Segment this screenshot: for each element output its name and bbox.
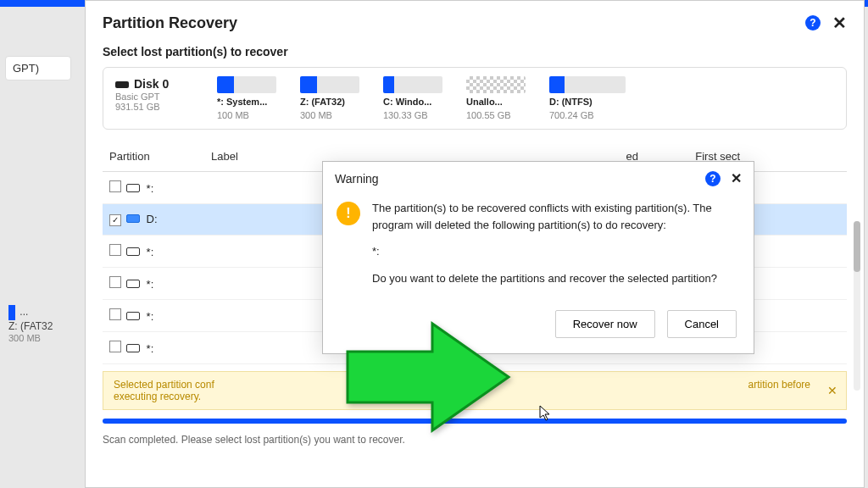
partition-bar[interactable]: Z: (FAT32)300 MB — [300, 76, 368, 120]
bg-z-partition: ... Z: (FAT32 300 MB — [8, 305, 53, 344]
drive-icon — [126, 214, 140, 223]
drive-icon — [126, 247, 140, 256]
partition-bar[interactable]: *: System...100 MB — [217, 76, 285, 120]
partition-bar[interactable]: C: Windo...130.33 GB — [383, 76, 451, 120]
drive-icon — [126, 344, 140, 352]
drive-icon — [126, 184, 140, 192]
drive-icon — [126, 280, 140, 288]
partition-bar[interactable]: D: (NTFS)700.24 GB — [549, 76, 626, 120]
row-checkbox[interactable] — [109, 341, 121, 352]
dialog-close-icon[interactable]: ✕ — [731, 170, 742, 186]
window-title: Partition Recovery — [103, 14, 237, 32]
disk-size: 931.51 GB — [115, 102, 200, 112]
cancel-button[interactable]: Cancel — [667, 310, 737, 338]
disk-icon — [115, 81, 129, 88]
cursor-icon — [539, 405, 553, 425]
row-checkbox[interactable] — [109, 180, 121, 192]
recover-now-button[interactable]: Recover now — [555, 310, 655, 338]
dialog-title: Warning — [335, 172, 379, 186]
partition-bar[interactable]: Unallo...100.55 GB — [466, 76, 534, 120]
warning-bar-close-icon[interactable]: ✕ — [827, 384, 837, 397]
dialog-message: The partition(s) to be recovered conflic… — [372, 200, 740, 297]
close-icon[interactable]: ✕ — [832, 13, 847, 33]
disk-name: Disk 0 — [134, 77, 169, 91]
row-checkbox[interactable] — [109, 276, 121, 288]
row-checkbox[interactable] — [109, 244, 121, 256]
scrollbar[interactable] — [854, 221, 860, 391]
row-checkbox[interactable] — [109, 308, 121, 320]
disk-type: Basic GPT — [115, 92, 200, 102]
window-subtitle: Select lost partition(s) to recover — [86, 40, 864, 67]
dialog-help-icon[interactable]: ? — [705, 171, 721, 186]
arrow-annotation — [339, 313, 517, 441]
drive-icon — [126, 312, 140, 320]
disk-overview: Disk 0 Basic GPT 931.51 GB *: System...1… — [103, 67, 847, 130]
bg-gpt-label: GPT) — [5, 56, 71, 80]
help-icon[interactable]: ? — [805, 15, 821, 30]
row-checkbox[interactable]: ✓ — [109, 214, 121, 226]
warning-icon: ! — [337, 202, 360, 225]
